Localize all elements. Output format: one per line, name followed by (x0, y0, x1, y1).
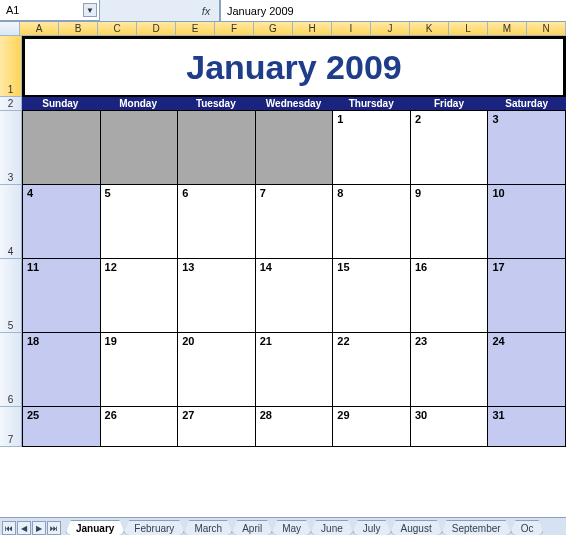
tab-nav-buttons: ⏮ ◀ ▶ ⏭ (0, 521, 63, 535)
calendar-day-cell[interactable]: 17 (488, 259, 566, 333)
tab-last-icon[interactable]: ⏭ (47, 521, 61, 535)
calendar-blank-cell[interactable] (178, 111, 256, 185)
calendar-day-cell[interactable]: 14 (256, 259, 334, 333)
column-header[interactable]: L (449, 22, 488, 35)
row-label: 2 (8, 98, 14, 109)
row-header[interactable]: 7 (0, 407, 22, 447)
weekday-header[interactable]: Wednesday (255, 97, 333, 110)
tab-prev-icon[interactable]: ◀ (17, 521, 31, 535)
column-header[interactable]: G (254, 22, 293, 35)
row-header[interactable]: 4 (0, 185, 22, 259)
formula-input[interactable]: January 2009 (220, 0, 566, 21)
weekday-header[interactable]: Sunday (22, 97, 100, 110)
column-header[interactable]: N (527, 22, 566, 35)
tab-next-icon[interactable]: ▶ (32, 521, 46, 535)
sheet-content[interactable]: January 2009 Sunday Monday Tuesday Wedne… (22, 36, 566, 517)
fx-icon[interactable]: fx (197, 5, 215, 17)
name-box[interactable]: A1 ▼ (0, 0, 100, 21)
calendar-day-cell[interactable]: 7 (256, 185, 334, 259)
calendar-day-cell[interactable]: 11 (22, 259, 101, 333)
column-header[interactable]: B (59, 22, 98, 35)
weekday-header[interactable]: Thursday (333, 97, 411, 110)
column-header[interactable]: F (215, 22, 254, 35)
calendar-day-cell[interactable]: 31 (488, 407, 566, 447)
sheet-tab[interactable]: March (183, 520, 233, 535)
calendar-day-cell[interactable]: 29 (333, 407, 411, 447)
tab-first-icon[interactable]: ⏮ (2, 521, 16, 535)
row-label: 5 (8, 320, 14, 331)
calendar-day-cell[interactable]: 24 (488, 333, 566, 407)
sheet-tab[interactable]: July (352, 520, 392, 535)
calendar-day-cell[interactable]: 21 (256, 333, 334, 407)
row-header[interactable]: 3 (0, 111, 22, 185)
calendar-week-row: 123 (22, 111, 566, 185)
sheet-tab[interactable]: January (65, 520, 125, 535)
calendar-day-cell[interactable]: 28 (256, 407, 334, 447)
calendar-day-cell[interactable]: 8 (333, 185, 411, 259)
calendar-day-cell[interactable]: 3 (488, 111, 566, 185)
calendar-day-cell[interactable]: 26 (101, 407, 179, 447)
calendar-day-cell[interactable]: 6 (178, 185, 256, 259)
column-header[interactable]: A (20, 22, 59, 35)
calendar-day-cell[interactable]: 18 (22, 333, 101, 407)
calendar-title-cell[interactable]: January 2009 (22, 36, 566, 97)
row-header[interactable]: 1 (0, 36, 22, 97)
sheet-tab[interactable]: Oc (510, 520, 545, 535)
calendar-day-cell[interactable]: 4 (22, 185, 101, 259)
row-label: 6 (8, 394, 14, 405)
row-label: 1 (8, 84, 14, 95)
sheet-tab[interactable]: April (231, 520, 273, 535)
column-header[interactable]: C (98, 22, 137, 35)
calendar-day-cell[interactable]: 19 (101, 333, 179, 407)
calendar-blank-cell[interactable] (101, 111, 179, 185)
calendar-day-cell[interactable]: 9 (411, 185, 489, 259)
column-header[interactable]: D (137, 22, 176, 35)
calendar-day-cell[interactable]: 5 (101, 185, 179, 259)
calendar-title: January 2009 (186, 48, 402, 87)
row-header[interactable]: 5 (0, 259, 22, 333)
weekday-header[interactable]: Saturday (488, 97, 566, 110)
row-header[interactable]: 2 (0, 97, 22, 111)
formula-buttons: fx (100, 0, 220, 21)
sheet-tab[interactable]: August (390, 520, 443, 535)
sheet-tab[interactable]: May (271, 520, 312, 535)
sheet-tab-bar: ⏮ ◀ ▶ ⏭ JanuaryFebruaryMarchAprilMayJune… (0, 517, 566, 535)
calendar-day-cell[interactable]: 16 (411, 259, 489, 333)
calendar-week-row: 11121314151617 (22, 259, 566, 333)
column-header[interactable]: E (176, 22, 215, 35)
column-header[interactable]: H (293, 22, 332, 35)
column-header[interactable]: K (410, 22, 449, 35)
calendar-blank-cell[interactable] (256, 111, 334, 185)
calendar-day-cell[interactable]: 23 (411, 333, 489, 407)
spreadsheet-grid: 1 2 3 4 5 6 7 January 2009 Sunday Monday… (0, 36, 566, 517)
select-all-corner[interactable] (0, 22, 20, 35)
column-header[interactable]: I (332, 22, 371, 35)
column-header[interactable]: J (371, 22, 410, 35)
formula-text: January 2009 (227, 5, 294, 17)
sheet-tab[interactable]: September (441, 520, 512, 535)
row-header[interactable]: 6 (0, 333, 22, 407)
column-header[interactable]: M (488, 22, 527, 35)
cell-reference: A1 (6, 4, 19, 16)
calendar-day-cell[interactable]: 20 (178, 333, 256, 407)
weekday-header[interactable]: Tuesday (177, 97, 255, 110)
calendar-week-row: 45678910 (22, 185, 566, 259)
calendar-day-cell[interactable]: 30 (411, 407, 489, 447)
name-box-dropdown-icon[interactable]: ▼ (83, 3, 97, 17)
calendar-day-cell[interactable]: 10 (488, 185, 566, 259)
sheet-tab[interactable]: February (123, 520, 185, 535)
calendar-day-cell[interactable]: 1 (333, 111, 411, 185)
row-header-column: 1 2 3 4 5 6 7 (0, 36, 22, 517)
calendar-day-cell[interactable]: 15 (333, 259, 411, 333)
calendar-day-cell[interactable]: 27 (178, 407, 256, 447)
calendar-day-cell[interactable]: 13 (178, 259, 256, 333)
calendar-day-cell[interactable]: 25 (22, 407, 101, 447)
weekday-header[interactable]: Monday (100, 97, 178, 110)
sheet-tab[interactable]: June (310, 520, 354, 535)
calendar-day-cell[interactable]: 2 (411, 111, 489, 185)
sheet-tabs: JanuaryFebruaryMarchAprilMayJuneJulyAugu… (65, 520, 542, 535)
calendar-blank-cell[interactable] (22, 111, 101, 185)
calendar-day-cell[interactable]: 22 (333, 333, 411, 407)
weekday-header[interactable]: Friday (411, 97, 489, 110)
calendar-day-cell[interactable]: 12 (101, 259, 179, 333)
